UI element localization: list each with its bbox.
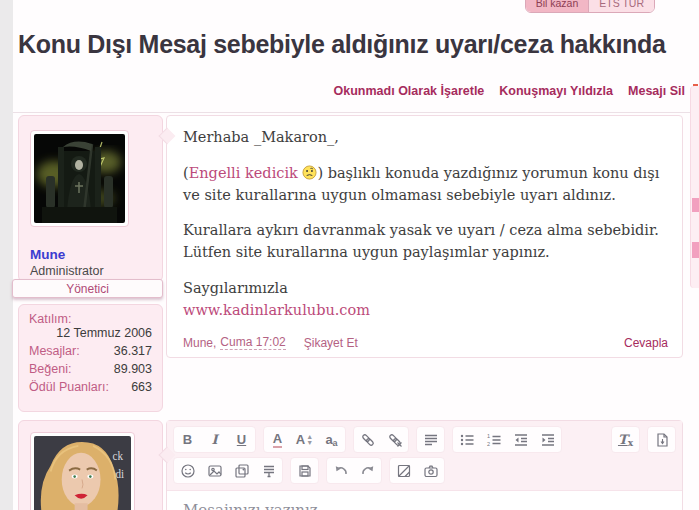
image-placeholder-icon <box>396 463 412 479</box>
underline-button[interactable]: U <box>228 427 255 452</box>
align-button[interactable] <box>417 427 444 452</box>
save-group <box>290 457 319 484</box>
undo-arrow-icon <box>333 463 349 479</box>
stat-messages-value: 36.317 <box>114 344 152 358</box>
insert-link-button[interactable] <box>354 427 381 452</box>
text-case-button[interactable]: aa <box>318 427 345 452</box>
outdent-button[interactable] <box>507 427 534 452</box>
toolbar-row-2 <box>173 457 676 484</box>
insert-media-button[interactable] <box>228 458 255 483</box>
drafts-button[interactable] <box>648 427 675 452</box>
svg-text:ck: ck <box>113 449 124 461</box>
text-color-icon: A <box>273 432 282 448</box>
camera-button[interactable] <box>417 458 444 483</box>
media-gallery-icon <box>234 463 250 479</box>
smiley-icon <box>180 463 196 479</box>
font-size-button[interactable]: A▲▼ <box>291 427 318 452</box>
editor-toolbar: B I U A A▲▼ aa <box>167 421 682 491</box>
format-group: B I U <box>173 426 256 453</box>
ets-tur-button[interactable]: ETS TUR <box>589 0 654 12</box>
quote-block-button[interactable] <box>255 458 282 483</box>
report-link[interactable]: Şikayet Et <box>304 336 358 350</box>
message-paragraph-1: (Engelli kedicik ) başlıklı konuda yazdı… <box>183 163 666 207</box>
message-input[interactable]: Mesajınızı yazınız <box>167 491 682 510</box>
poster-username-link[interactable]: Mune <box>30 247 65 262</box>
bullet-list-button[interactable] <box>453 427 480 452</box>
media-group <box>173 457 283 484</box>
stat-messages-label: Mesajlar: <box>29 344 80 358</box>
toolbar-row-1: B I U A A▲▼ aa <box>173 426 676 453</box>
stat-likes: Beğeni: 89.903 <box>29 362 152 376</box>
forum-conversation-page: Bil kazan ETS TUR Konu Dışı Mesaj sebebi… <box>0 0 699 510</box>
align-left-icon <box>423 432 439 448</box>
left-page-gutter <box>0 0 13 510</box>
link-group <box>353 426 409 453</box>
blonde-woman-avatar-image: ck edi <box>34 436 131 510</box>
current-user-avatar[interactable]: ck edi <box>30 432 135 510</box>
utility-group-1: Tx <box>611 426 640 453</box>
star-conversation-link[interactable]: Konuşmayı Yıldızla <box>499 84 613 98</box>
message-greeting: Merhaba _Makaron_, <box>183 127 666 149</box>
floppy-disk-icon <box>297 463 313 479</box>
quote-block-icon <box>261 463 277 479</box>
italic-button[interactable]: I <box>201 427 228 452</box>
smiley-button[interactable] <box>174 458 201 483</box>
current-user-card: ck edi <box>18 420 163 510</box>
outdent-icon <box>513 432 529 448</box>
svg-text:1: 1 <box>487 433 490 439</box>
save-draft-button[interactable] <box>291 458 318 483</box>
stat-trophy-value: 663 <box>131 380 152 394</box>
numbered-list-button[interactable]: 12 <box>480 427 507 452</box>
stat-join-label: Katılım: <box>29 312 152 326</box>
indent-button[interactable] <box>534 427 561 452</box>
indent-icon <box>540 432 556 448</box>
footer-author-link[interactable]: Mune, <box>183 336 216 350</box>
stat-likes-label: Beğeni: <box>29 362 71 376</box>
text-case-icon: aa <box>325 432 337 448</box>
undo-button[interactable] <box>327 458 354 483</box>
capture-group <box>389 457 445 484</box>
poster-stats-card: Katılım: 12 Temmuz 2006 Mesajlar: 36.317… <box>18 304 163 412</box>
camera-icon <box>423 463 439 479</box>
grim-reaper-avatar-image <box>34 134 125 223</box>
conversation-actions: Okunmadı Olarak İşaretle Konuşmayı Yıldı… <box>334 84 685 98</box>
drafts-page-icon <box>654 432 670 448</box>
stat-trophy-points: Ödül Puanları: 663 <box>29 380 152 394</box>
site-link[interactable]: www.kadinlarkulubu.com <box>183 302 370 318</box>
stat-likes-value: 89.903 <box>114 362 152 376</box>
redo-button[interactable] <box>354 458 381 483</box>
poster-avatar[interactable] <box>30 130 129 227</box>
stat-trophy-label: Ödül Puanları: <box>29 380 109 394</box>
right-column-cutoff <box>690 86 699 288</box>
list-group: 12 <box>452 426 562 453</box>
reply-link[interactable]: Cevapla <box>624 336 668 350</box>
topic-link[interactable]: Engelli kedicik <box>189 165 298 181</box>
bold-button[interactable]: B <box>174 427 201 452</box>
svg-text:2: 2 <box>487 440 490 446</box>
image-icon <box>207 463 223 479</box>
unlink-icon <box>387 432 403 448</box>
timestamp-link[interactable]: Cuma 17:02 <box>220 335 285 350</box>
right-column-bit <box>692 198 699 212</box>
message-bubble: Merhaba _Makaron_, (Engelli kedicik ) ba… <box>166 115 683 358</box>
remove-format-icon: Tx <box>618 432 633 448</box>
redo-arrow-icon <box>360 463 376 479</box>
font-group: A A▲▼ aa <box>263 426 346 453</box>
remove-format-button[interactable]: Tx <box>612 427 639 452</box>
poster-badge: Yönetici <box>12 279 163 298</box>
bil-kazan-button[interactable]: Bil kazan <box>526 0 590 12</box>
text-color-button[interactable]: A <box>264 427 291 452</box>
topbar-buttons: Bil kazan ETS TUR <box>525 0 655 13</box>
mark-unread-link[interactable]: Okunmadı Olarak İşaretle <box>334 84 485 98</box>
insert-image-button[interactable] <box>201 458 228 483</box>
message-body: Merhaba _Makaron_, (Engelli kedicik ) ba… <box>167 116 682 346</box>
image-placeholder-button[interactable] <box>390 458 417 483</box>
stat-messages: Mesajlar: 36.317 <box>29 344 152 358</box>
reply-editor: B I U A A▲▼ aa <box>166 420 683 510</box>
poster-role: Administrator <box>30 264 104 278</box>
delete-message-link[interactable]: Mesajı Sil <box>628 84 685 98</box>
font-size-icon: A▲▼ <box>296 432 313 447</box>
remove-link-button[interactable] <box>381 427 408 452</box>
align-group <box>416 426 445 453</box>
bullet-list-icon <box>459 432 475 448</box>
